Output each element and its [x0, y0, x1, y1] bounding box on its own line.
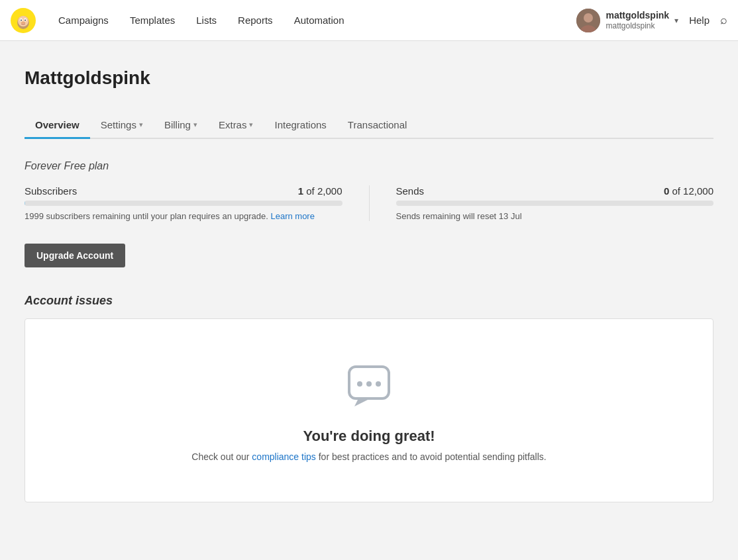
compliance-tips-link[interactable]: compliance tips [252, 451, 316, 462]
user-info: mattgoldspink mattgoldspink [606, 9, 669, 32]
subscribers-sub: 1999 subscribers remaining until your pl… [25, 211, 343, 221]
nav-automation[interactable]: Automation [285, 9, 354, 31]
sub-tabs: Overview Settings ▾ Billing ▾ Extras ▾ I… [25, 113, 713, 139]
tab-integrations[interactable]: Integrations [264, 113, 337, 139]
tab-transactional[interactable]: Transactional [337, 113, 418, 139]
account-issues-title: Account issues [25, 294, 713, 308]
nav-templates[interactable]: Templates [121, 9, 184, 31]
svg-point-13 [366, 381, 372, 387]
nav-links: Campaigns Templates Lists Reports Automa… [49, 9, 576, 31]
user-chevron-icon: ▾ [674, 16, 678, 25]
tab-billing[interactable]: Billing ▾ [154, 113, 208, 139]
tab-extras[interactable]: Extras ▾ [208, 113, 264, 139]
svg-point-7 [21, 21, 25, 23]
user-name-sub: mattgoldspink [606, 21, 669, 32]
svg-point-2 [18, 16, 28, 26]
sends-value: 0 of 12,000 [664, 185, 713, 197]
help-link[interactable]: Help [689, 15, 710, 26]
sends-block: Sends 0 of 12,000 Sends remaining will r… [396, 185, 714, 221]
user-section[interactable]: mattgoldspink mattgoldspink ▾ [576, 9, 678, 32]
nav-reports[interactable]: Reports [229, 9, 282, 31]
user-name-display: mattgoldspink [606, 9, 669, 21]
nav-campaigns[interactable]: Campaigns [49, 9, 118, 31]
svg-point-5 [21, 19, 22, 21]
learn-more-link[interactable]: Learn more [270, 211, 314, 221]
billing-chevron-icon: ▾ [193, 120, 197, 129]
extras-chevron-icon: ▾ [249, 120, 253, 129]
subscribers-value: 1 of 2,000 [298, 185, 343, 197]
user-avatar [576, 9, 600, 32]
metrics-divider [369, 185, 370, 221]
issues-empty-desc: Check out our compliance tips for best p… [191, 451, 546, 462]
search-icon[interactable]: ⌕ [720, 13, 727, 27]
tab-overview[interactable]: Overview [25, 113, 90, 139]
nav-right: mattgoldspink mattgoldspink ▾ Help ⌕ [576, 9, 727, 32]
svg-point-9 [584, 13, 593, 23]
subscribers-progress-bg [25, 201, 343, 206]
svg-point-6 [25, 19, 26, 21]
svg-point-12 [357, 381, 362, 387]
tab-settings[interactable]: Settings ▾ [90, 113, 154, 139]
plan-label: Forever Free plan [25, 160, 713, 172]
great-icon [343, 359, 395, 412]
nav-lists[interactable]: Lists [187, 9, 226, 31]
issues-empty-heading: You're doing great! [303, 428, 435, 445]
subscribers-block: Subscribers 1 of 2,000 1999 subscribers … [25, 185, 343, 221]
subscribers-label: Subscribers [25, 185, 77, 197]
account-issues-card: You're doing great! Check out our compli… [25, 318, 713, 502]
subscribers-header: Subscribers 1 of 2,000 [25, 185, 343, 197]
svg-point-14 [376, 381, 381, 387]
mailchimp-logo[interactable] [11, 8, 36, 33]
page-title: Mattgoldspink [25, 68, 713, 89]
top-nav: Campaigns Templates Lists Reports Automa… [0, 0, 738, 41]
upgrade-account-button[interactable]: Upgrade Account [25, 244, 125, 267]
main-content: Mattgoldspink Overview Settings ▾ Billin… [11, 41, 727, 516]
sends-label: Sends [396, 185, 425, 197]
settings-chevron-icon: ▾ [139, 120, 143, 129]
sends-header: Sends 0 of 12,000 [396, 185, 714, 197]
sends-sub: Sends remaining will reset 13 Jul [396, 211, 714, 221]
metrics-row: Subscribers 1 of 2,000 1999 subscribers … [25, 185, 713, 221]
sends-progress-bg [396, 201, 714, 206]
